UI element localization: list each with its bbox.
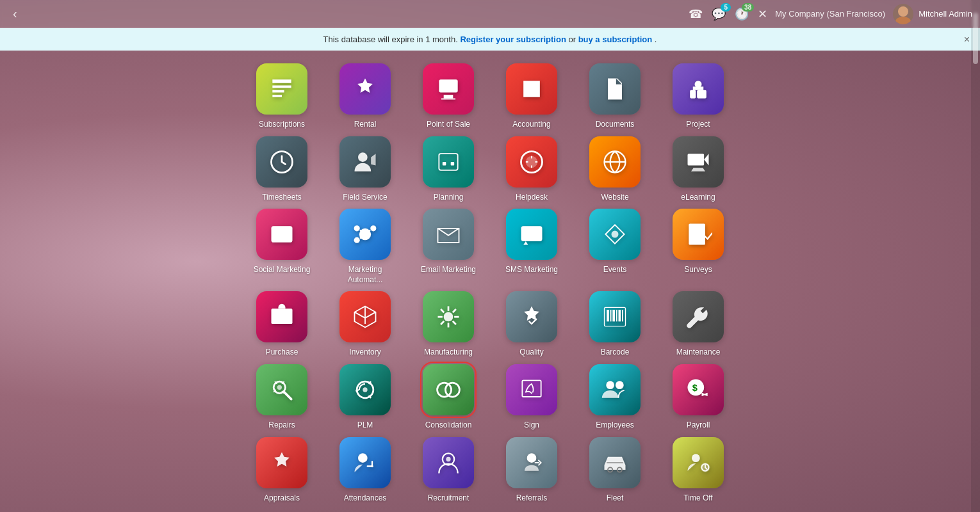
marketing-automation-icon: [339, 209, 391, 260]
svg-point-57: [692, 454, 700, 462]
app-item-events[interactable]: Events: [580, 209, 650, 285]
app-item-website[interactable]: Website: [580, 136, 650, 203]
payroll-icon: $: [673, 364, 724, 415]
app-item-email-marketing[interactable]: Email Marketing: [413, 209, 484, 285]
back-button[interactable]: ‹: [8, 4, 22, 24]
app-item-time-off[interactable]: Time Off: [663, 437, 733, 504]
company-name: My Company (San Francisco): [775, 9, 885, 19]
app-item-project[interactable]: Project: [663, 63, 733, 130]
maintenance-icon: [673, 291, 724, 342]
phone-icon[interactable]: ☎: [689, 7, 703, 21]
svg-point-46: [606, 381, 614, 389]
app-item-recruitment[interactable]: Recruitment: [413, 437, 484, 504]
app-item-payroll[interactable]: $Payroll: [663, 364, 733, 431]
app-item-planning[interactable]: Planning: [413, 136, 484, 203]
app-item-purchase[interactable]: Purchase: [247, 291, 317, 358]
field-service-icon: [339, 136, 391, 188]
svg-point-26: [612, 231, 619, 238]
inventory-icon: [339, 291, 391, 342]
svg-rect-2: [439, 79, 457, 92]
svg-point-22: [370, 225, 376, 231]
timesheets-icon: [256, 136, 307, 188]
activity-icon[interactable]: 🕐 38: [735, 7, 749, 21]
app-item-rental[interactable]: Rental: [330, 63, 400, 130]
app-item-sign[interactable]: Sign: [496, 364, 567, 431]
user-area[interactable]: Mitchell Admin: [893, 4, 972, 24]
app-item-marketing-automation[interactable]: Marketing Automat...: [330, 209, 400, 285]
topbar: ‹ ☎ 💬 5 🕐 38 ✕ My Company (San Francisco…: [0, 0, 980, 28]
barcode-icon: [589, 291, 641, 342]
consolidation-label: Consolidation: [425, 420, 472, 431]
app-item-employees[interactable]: Employees: [580, 364, 650, 431]
surveys-label: Surveys: [684, 265, 712, 275]
planning-label: Planning: [434, 193, 464, 203]
topbar-left: ‹: [8, 4, 22, 24]
app-item-manufacturing[interactable]: Manufacturing: [413, 291, 484, 358]
messages-badge: 5: [721, 3, 731, 12]
app-item-documents[interactable]: Documents: [580, 63, 650, 130]
app-item-consolidation[interactable]: Consolidation: [413, 364, 484, 431]
app-item-appraisals[interactable]: Appraisals: [247, 437, 317, 504]
app-item-subscriptions[interactable]: Subscriptions: [247, 63, 317, 130]
plm-label: PLM: [357, 420, 373, 431]
app-item-barcode[interactable]: Barcode: [580, 291, 650, 358]
svg-rect-17: [272, 226, 293, 230]
app-item-inventory[interactable]: Inventory: [330, 291, 400, 358]
payroll-label: Payroll: [687, 420, 710, 431]
notification-bar: This database will expire in 1 month. Re…: [0, 28, 980, 51]
app-item-timesheets[interactable]: Timesheets: [247, 136, 317, 203]
svg-rect-5: [697, 90, 706, 99]
apps-container: SubscriptionsRentalPoint of SaleAccounti…: [0, 51, 980, 512]
app-item-elearning[interactable]: eLearning: [663, 136, 733, 203]
quality-icon: [506, 291, 557, 342]
email-marketing-icon: [423, 209, 474, 260]
scrollbar[interactable]: [971, 0, 980, 512]
register-link[interactable]: Register your subscription: [460, 35, 566, 44]
messages-icon[interactable]: 💬 5: [712, 7, 726, 21]
app-item-helpdesk[interactable]: Helpdesk: [496, 136, 567, 203]
app-item-social-marketing[interactable]: Social Marketing: [247, 209, 317, 285]
svg-point-18: [275, 227, 277, 230]
app-item-quality[interactable]: Quality: [496, 291, 567, 358]
svg-point-50: [358, 453, 368, 463]
app-item-field-service[interactable]: Field Service: [330, 136, 400, 203]
svg-rect-9: [443, 162, 446, 166]
app-item-plm[interactable]: PLM: [330, 364, 400, 431]
rental-label: Rental: [354, 120, 377, 130]
close-icon[interactable]: ✕: [758, 7, 767, 21]
apps-row-5: AppraisalsAttendancesRecruitmentReferral…: [26, 437, 954, 504]
svg-rect-33: [607, 310, 609, 321]
website-icon: [589, 136, 641, 188]
app-item-pos[interactable]: Point of Sale: [413, 63, 484, 130]
repairs-label: Repairs: [268, 420, 295, 431]
website-label: Website: [601, 193, 628, 203]
app-item-attendances[interactable]: Attendances: [330, 437, 400, 504]
email-marketing-label: Email Marketing: [421, 265, 476, 275]
marketing-automation-label: Marketing Automat...: [330, 265, 400, 285]
barcode-label: Barcode: [601, 348, 630, 358]
svg-rect-28: [272, 309, 293, 324]
sms-marketing-icon: [506, 209, 557, 260]
app-item-sms-marketing[interactable]: SMS Marketing: [496, 209, 567, 285]
maintenance-label: Maintenance: [676, 348, 721, 358]
attendances-label: Attendances: [344, 493, 387, 504]
svg-point-47: [616, 381, 624, 389]
app-item-accounting[interactable]: Accounting: [496, 63, 567, 130]
app-item-referrals[interactable]: Referrals: [496, 437, 567, 504]
purchase-icon: [256, 291, 307, 342]
notification-close[interactable]: ×: [964, 34, 970, 45]
svg-rect-34: [610, 310, 612, 321]
app-item-fleet[interactable]: Fleet: [580, 437, 650, 504]
quality-label: Quality: [519, 348, 543, 358]
project-icon: [673, 63, 724, 115]
app-item-maintenance[interactable]: Maintenance: [663, 291, 733, 358]
buy-link[interactable]: buy a subscription: [578, 35, 653, 44]
app-item-repairs[interactable]: Repairs: [247, 364, 317, 431]
svg-point-1: [895, 17, 911, 24]
employees-icon: [589, 364, 641, 415]
svg-rect-14: [688, 154, 705, 165]
apps-row-0: SubscriptionsRentalPoint of SaleAccounti…: [26, 63, 954, 130]
app-item-surveys[interactable]: Surveys: [663, 209, 733, 285]
apps-row-2: Social MarketingMarketing Automat...Emai…: [26, 209, 954, 285]
sign-label: Sign: [524, 420, 539, 431]
